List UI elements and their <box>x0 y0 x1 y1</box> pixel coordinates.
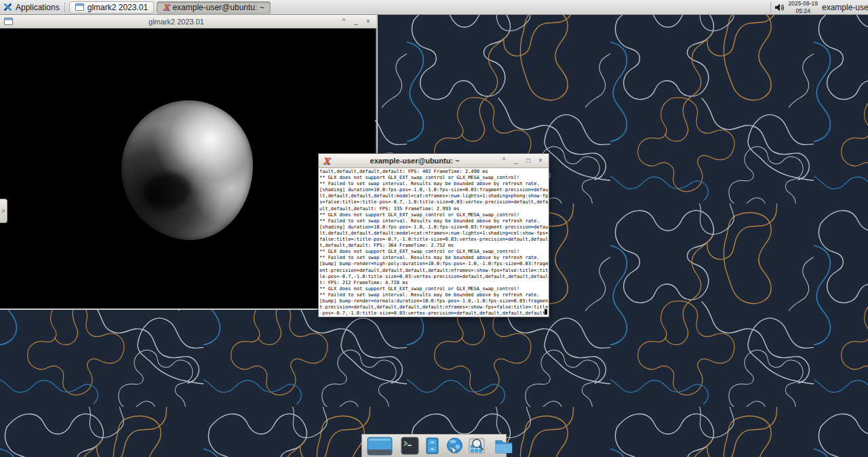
folder-icon <box>494 437 513 455</box>
asteroid-3d-model <box>121 100 253 240</box>
taskbar-button-terminal[interactable]: X example-user@ubuntu: ~ <box>157 1 271 14</box>
window-icon <box>75 3 84 11</box>
terminal-icon <box>401 437 419 455</box>
minimize-button[interactable]: _ <box>512 154 520 167</box>
dock-terminal-button[interactable] <box>401 436 419 456</box>
file-cabinet-icon <box>423 437 441 455</box>
bottom-dock <box>361 434 507 457</box>
clock-time: 05:24 <box>796 7 810 14</box>
applications-menu-label: Applications <box>16 3 60 12</box>
terminal-window-title: example-user@ubuntu: ~ <box>334 157 496 165</box>
xterm-icon: X <box>323 157 330 165</box>
close-button[interactable]: × <box>364 15 372 28</box>
dock-web-browser-button[interactable] <box>446 436 464 456</box>
application-finder-icon <box>468 437 486 455</box>
terminal-output-area[interactable]: fault,default,default,default: FPS: 402 … <box>319 168 549 317</box>
taskbar-button-glmark2-label: glmark2 2023.01 <box>87 3 148 12</box>
applications-menu-button[interactable]: Applications <box>0 0 63 14</box>
terminal-output-text: fault,default,default,default: FPS: 402 … <box>319 169 548 317</box>
dock-folder-button[interactable] <box>494 436 513 456</box>
show-desktop-icon <box>367 437 393 456</box>
applications-menu-icon <box>3 2 13 12</box>
dock-show-desktop-button[interactable] <box>367 436 393 456</box>
panel-separator <box>64 3 65 12</box>
shade-button[interactable]: ^ <box>340 15 348 28</box>
dock-application-finder-button[interactable] <box>468 436 486 456</box>
user-label[interactable]: example-user <box>822 3 868 12</box>
xterm-icon: X <box>163 3 169 12</box>
window-icon <box>4 18 13 25</box>
clock-date: 2025-09-19 <box>789 0 818 7</box>
edge-reveal-handle[interactable]: > <box>0 199 7 223</box>
web-browser-globe-icon <box>446 437 464 455</box>
maximize-button[interactable]: □ <box>524 154 532 167</box>
dock-file-manager-button[interactable] <box>423 436 441 456</box>
volume-icon[interactable] <box>774 2 785 13</box>
close-button[interactable]: × <box>536 154 545 167</box>
terminal-cursor <box>545 309 547 315</box>
chevron-right-icon: > <box>1 207 5 214</box>
minimize-button[interactable]: _ <box>352 15 360 28</box>
shade-button[interactable]: ^ <box>500 154 508 167</box>
taskbar-button-glmark2[interactable]: glmark2 2023.01 <box>69 1 154 14</box>
glmark2-window-title: glmark2 2023.01 <box>17 18 336 26</box>
glmark2-titlebar[interactable]: glmark2 2023.01 ^ _ × <box>0 15 376 28</box>
top-panel: Applications glmark2 2023.01 X example-u… <box>0 0 868 15</box>
taskbar-button-terminal-label: example-user@ubuntu: ~ <box>172 3 264 12</box>
tray-separator <box>770 2 771 13</box>
terminal-titlebar[interactable]: X example-user@ubuntu: ~ ^ _ □ × <box>319 154 549 168</box>
terminal-window: X example-user@ubuntu: ~ ^ _ □ × fault,d… <box>318 153 549 317</box>
clock[interactable]: 2025-09-19 05:24 <box>789 0 818 14</box>
